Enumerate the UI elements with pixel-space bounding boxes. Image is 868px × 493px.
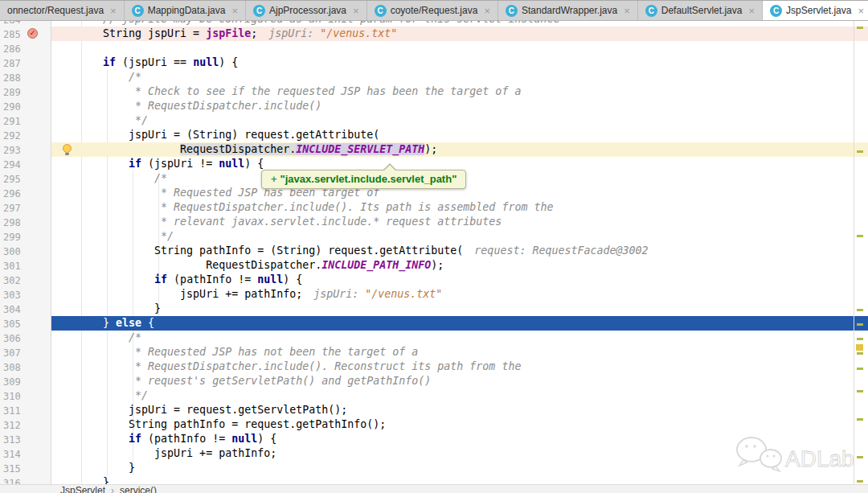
code-text[interactable]: RequestDispatcher.INCLUDE_PATH_INFO);	[51, 258, 868, 273]
line-number[interactable]: 295	[0, 174, 21, 185]
line-number[interactable]: 302	[0, 275, 21, 286]
code-text[interactable]: String pathInfo = request.getPathInfo();	[51, 417, 868, 432]
gutter[interactable]: 296	[0, 186, 51, 200]
tab-standardwrapper-java[interactable]: CStandardWrapper.java×	[498, 1, 638, 20]
gutter[interactable]: 287	[0, 55, 51, 70]
tab-coyote-request-java[interactable]: Ccoyote/Request.java×	[367, 1, 498, 20]
close-icon[interactable]: ×	[858, 6, 864, 16]
gutter[interactable]: 289	[0, 84, 51, 99]
line-number[interactable]: 303	[0, 290, 21, 301]
close-icon[interactable]: ×	[110, 6, 117, 16]
close-icon[interactable]: ×	[353, 6, 359, 16]
code-text[interactable]	[51, 41, 868, 55]
line-number[interactable]: 307	[0, 347, 21, 359]
code-text[interactable]: */	[51, 113, 868, 128]
line-number[interactable]: 306	[0, 333, 21, 344]
error-stripe-square-mark[interactable]	[856, 344, 863, 351]
line-number[interactable]: 293	[0, 145, 21, 156]
gutter[interactable]: 313	[0, 432, 51, 446]
gutter[interactable]: 299	[0, 229, 51, 244]
gutter[interactable]: 288	[0, 70, 51, 84]
code-text[interactable]: if (jspUri == null) {	[51, 55, 868, 70]
line-number[interactable]: 294	[0, 159, 21, 170]
code-text[interactable]: * RequestDispatcher.include(). Reconstru…	[51, 359, 868, 374]
tab-jspservlet-java[interactable]: CJspServlet.java×	[763, 1, 868, 20]
code-text[interactable]: String pathInfo = (String) request.getAt…	[51, 244, 868, 258]
code-text[interactable]: } else {	[51, 316, 868, 331]
code-text[interactable]: * request's getServletPath() and getPath…	[51, 374, 868, 388]
line-number[interactable]: 297	[0, 203, 21, 214]
error-stripe-mark[interactable]	[857, 323, 863, 326]
gutter[interactable]: 284	[0, 21, 51, 27]
line-number[interactable]: 304	[0, 304, 21, 315]
gutter[interactable]: 301	[0, 258, 51, 273]
error-stripe-mark[interactable]	[857, 368, 863, 370]
line-number[interactable]: 284	[0, 21, 21, 26]
line-number[interactable]: 301	[0, 261, 21, 272]
breadcrumb-method[interactable]: service()	[120, 485, 157, 493]
code-text[interactable]: * Requested JSP has not been the target …	[51, 345, 868, 359]
line-number[interactable]: 289	[0, 87, 21, 98]
line-number[interactable]: 311	[0, 405, 21, 417]
close-icon[interactable]: ×	[624, 6, 630, 16]
close-icon[interactable]: ×	[231, 6, 238, 16]
line-number[interactable]: 285	[0, 29, 21, 40]
code-text[interactable]: /*	[51, 331, 868, 345]
gutter[interactable]: 293	[0, 142, 51, 157]
intention-bulb-icon[interactable]	[63, 144, 72, 155]
error-stripe-mark[interactable]	[857, 309, 863, 311]
line-number[interactable]: 308	[0, 362, 21, 373]
code-text[interactable]: /*	[51, 70, 868, 84]
gutter[interactable]: 290	[0, 99, 51, 113]
tab-defaultservlet-java[interactable]: CDefaultServlet.java×	[638, 1, 763, 20]
gutter[interactable]: 307	[0, 345, 51, 359]
gutter[interactable]: 286	[0, 41, 51, 55]
code-text[interactable]: RequestDispatcher.INCLUDE_SERVLET_PATH);	[51, 142, 868, 157]
gutter[interactable]: 314	[0, 446, 51, 461]
gutter[interactable]: 295	[0, 171, 51, 186]
gutter[interactable]: 311	[0, 403, 51, 417]
gutter[interactable]: 308	[0, 359, 51, 374]
gutter[interactable]: 294	[0, 157, 51, 171]
gutter[interactable]: 306	[0, 331, 51, 345]
gutter[interactable]: 310	[0, 388, 51, 403]
error-stripe-mark[interactable]	[857, 418, 863, 421]
line-number[interactable]: 313	[0, 434, 21, 446]
error-stripe-mark[interactable]	[857, 352, 863, 355]
error-stripe-mark[interactable]	[857, 235, 863, 237]
close-icon[interactable]: ×	[484, 6, 490, 16]
line-number[interactable]: 291	[0, 116, 21, 127]
tab-onnector-request-java[interactable]: onnector/Request.java×	[0, 1, 125, 20]
line-number[interactable]: 300	[0, 246, 21, 257]
line-number[interactable]: 309	[0, 376, 21, 388]
code-text[interactable]: jspUri += pathInfo;jspUri: "/venus.txt"	[51, 287, 868, 302]
line-number[interactable]: 305	[0, 318, 21, 330]
code-text[interactable]: * RequestDispatcher.include(). Its path …	[51, 200, 868, 215]
line-number[interactable]: 299	[0, 232, 21, 243]
line-number[interactable]: 298	[0, 217, 21, 228]
gutter[interactable]: 304	[0, 302, 51, 316]
error-stripe-mark[interactable]	[857, 338, 863, 340]
code-text[interactable]: jspUri = (String) request.getAttribute(	[51, 128, 868, 142]
line-number[interactable]: 310	[0, 391, 21, 402]
error-stripe-mark[interactable]	[857, 390, 863, 392]
error-stripe-mark[interactable]	[857, 480, 863, 483]
gutter[interactable]: 312	[0, 417, 51, 432]
code-text[interactable]: * RequestDispatcher.include()	[51, 99, 868, 113]
breadcrumb-class[interactable]: JspServlet	[60, 485, 105, 493]
code-text[interactable]: */	[51, 388, 868, 403]
line-number[interactable]: 292	[0, 130, 21, 142]
gutter[interactable]: 305	[0, 316, 51, 331]
code-text[interactable]: * Check to see if the requested JSP has …	[51, 84, 868, 99]
tab-ajpprocessor-java[interactable]: CAjpProcessor.java×	[246, 1, 367, 20]
line-number[interactable]: 290	[0, 101, 21, 113]
code-text[interactable]: * relevant javax.servlet.include.* reque…	[51, 215, 868, 229]
line-number[interactable]: 287	[0, 58, 21, 69]
line-number[interactable]: 296	[0, 188, 21, 199]
gutter[interactable]: 292	[0, 128, 51, 142]
code-text[interactable]: jspUri = request.getServletPath();	[51, 403, 868, 417]
gutter[interactable]: 300	[0, 244, 51, 258]
breakpoint-icon[interactable]: ✓	[27, 28, 38, 39]
line-number[interactable]: 286	[0, 43, 21, 55]
line-number[interactable]: 314	[0, 449, 21, 460]
